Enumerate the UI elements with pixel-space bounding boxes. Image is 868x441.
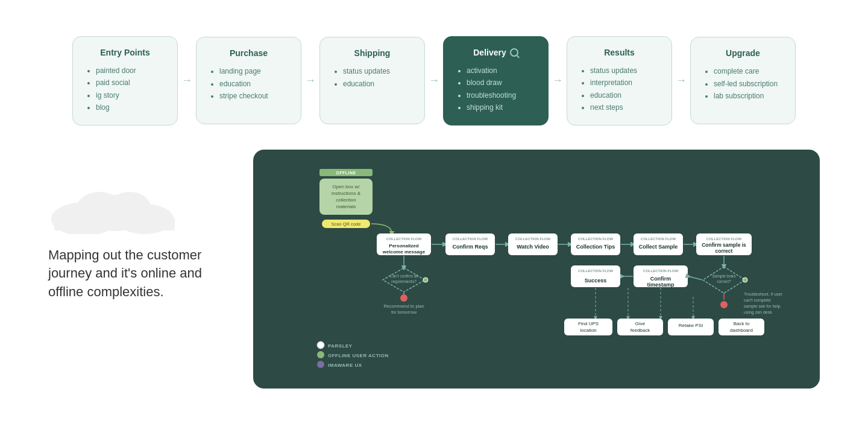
- svg-point-88: [317, 361, 324, 368]
- svg-text:collection: collection: [336, 197, 356, 203]
- flow-diagram: OFFLINE Open box w/ instructions & colle…: [253, 150, 820, 389]
- svg-text:Can't confirm all: Can't confirm all: [390, 274, 418, 278]
- card-title-purchase: Purchase: [209, 48, 289, 58]
- card-title-results: Results: [579, 48, 659, 57]
- list-item: stripe checkout: [219, 90, 289, 102]
- svg-text:materials: materials: [336, 204, 356, 209]
- svg-text:correct: correct: [715, 248, 733, 254]
- svg-text:Success: Success: [585, 278, 607, 284]
- svg-text:IMAWARE UX: IMAWARE UX: [328, 363, 362, 368]
- svg-line-62: [688, 276, 702, 280]
- arrow-5: →: [676, 74, 687, 87]
- svg-text:COLLECTION FLOW: COLLECTION FLOW: [578, 237, 614, 241]
- svg-text:Confirm: Confirm: [650, 276, 671, 282]
- svg-text:Collection Tips: Collection Tips: [576, 244, 615, 250]
- svg-text:Give: Give: [635, 321, 646, 326]
- card-items-results: status updates interpretation education …: [579, 65, 659, 114]
- flow-card-upgrade[interactable]: Upgrade complete care self-led subscript…: [690, 37, 796, 124]
- list-item: blood draw: [467, 77, 536, 89]
- card-title-delivery: Delivery: [456, 48, 536, 57]
- svg-text:COLLECTION FLOW: COLLECTION FLOW: [386, 237, 422, 241]
- svg-text:Find UPS: Find UPS: [578, 321, 599, 326]
- card-title-upgrade: Upgrade: [703, 48, 783, 58]
- svg-text:COLLECTION FLOW: COLLECTION FLOW: [453, 237, 488, 241]
- svg-text:Watch Video: Watch Video: [517, 244, 549, 250]
- mapping-text: Mapping out the customer journey and it'…: [48, 246, 229, 302]
- list-item: next steps: [590, 101, 659, 113]
- flow-card-purchase[interactable]: Purchase landing page education stripe c…: [196, 37, 301, 124]
- svg-text:Back to: Back to: [734, 321, 750, 326]
- card-items-entry-points: painted door paid social ig story blog: [85, 65, 165, 114]
- flow-card-entry-points[interactable]: Entry Points painted door paid social ig…: [72, 36, 178, 125]
- list-item: self-led subscription: [714, 78, 783, 90]
- list-item: education: [343, 78, 412, 90]
- list-item: education: [590, 89, 659, 101]
- page-wrapper: Entry Points painted door paid social ig…: [0, 0, 868, 441]
- svg-text:Scan QR code: Scan QR code: [332, 221, 361, 227]
- arrow-1: →: [181, 74, 192, 87]
- card-items-delivery: activation blood draw troubleshooting sh…: [456, 65, 536, 114]
- svg-point-64: [720, 301, 728, 308]
- svg-point-45: [400, 294, 407, 302]
- flow-card-results[interactable]: Results status updates interpretation ed…: [567, 36, 672, 125]
- svg-text:OFFLINE USER ACTION: OFFLINE USER ACTION: [328, 353, 389, 358]
- card-title-shipping: Shipping: [332, 48, 412, 58]
- svg-point-44: [423, 278, 428, 282]
- svg-text:COLLECTION FLOW: COLLECTION FLOW: [641, 237, 676, 241]
- card-title-entry-points: Entry Points: [85, 48, 165, 57]
- list-item: shipping kit: [467, 101, 536, 113]
- arrow-4: →: [552, 74, 563, 87]
- svg-text:Collect Sample: Collect Sample: [639, 244, 678, 250]
- svg-text:COLLECTION FLOW: COLLECTION FLOW: [643, 269, 679, 273]
- svg-text:dashboard: dashboard: [730, 328, 753, 333]
- svg-text:correct?: correct?: [717, 279, 731, 284]
- svg-text:Retake PSI: Retake PSI: [679, 323, 703, 328]
- svg-text:Personalized: Personalized: [389, 243, 418, 249]
- svg-text:requirements?: requirements?: [391, 279, 417, 284]
- svg-text:Open box w/: Open box w/: [333, 184, 360, 189]
- list-item: status updates: [590, 65, 659, 77]
- search-icon: [510, 48, 518, 57]
- list-item: lab subscription: [714, 90, 783, 102]
- flow-card-delivery[interactable]: Delivery activation blood draw troublesh…: [443, 36, 549, 125]
- svg-rect-5: [54, 217, 175, 230]
- arrow-2: →: [305, 74, 316, 87]
- svg-text:timestamp: timestamp: [647, 282, 675, 288]
- svg-text:sample ask for help: sample ask for help: [744, 304, 781, 309]
- list-item: blog: [96, 101, 165, 113]
- svg-point-84: [317, 341, 324, 349]
- card-items-shipping: status updates education: [332, 65, 412, 90]
- svg-text:Recommend to plan: Recommend to plan: [383, 303, 424, 309]
- list-item: ig story: [96, 89, 165, 101]
- list-item: landing page: [219, 65, 289, 77]
- list-item: education: [219, 78, 289, 90]
- list-item: complete care: [714, 65, 783, 77]
- svg-text:can't complete: can't complete: [744, 298, 771, 303]
- arrow-3: →: [429, 74, 439, 87]
- svg-text:Troubleshoot. If user: Troubleshoot. If user: [744, 292, 783, 296]
- svg-text:Confirm sample is: Confirm sample is: [702, 242, 746, 248]
- svg-point-53: [743, 278, 747, 282]
- svg-text:COLLECTION FLOW: COLLECTION FLOW: [706, 237, 742, 241]
- list-item: status updates: [343, 65, 412, 77]
- svg-text:COLLECTION FLOW: COLLECTION FLOW: [578, 269, 614, 273]
- cloud-shape: [48, 186, 181, 234]
- svg-text:PARSLEY: PARSLEY: [328, 343, 353, 349]
- flow-row: Entry Points painted door paid social ig…: [48, 36, 820, 125]
- svg-text:feedback: feedback: [631, 328, 650, 333]
- flow-card-shipping[interactable]: Shipping status updates education: [319, 37, 425, 124]
- list-item: painted door: [96, 65, 165, 77]
- svg-point-86: [317, 351, 324, 358]
- list-item: interpretation: [590, 77, 659, 89]
- svg-text:COLLECTION FLOW: COLLECTION FLOW: [515, 237, 551, 241]
- bottom-section: Mapping out the customer journey and it'…: [48, 150, 820, 389]
- diagram-svg: OFFLINE Open box w/ instructions & colle…: [270, 164, 803, 369]
- svg-text:welcome message: welcome message: [382, 249, 426, 255]
- svg-text:instructions &: instructions &: [332, 191, 361, 196]
- card-items-upgrade: complete care self-led subscription lab …: [703, 65, 783, 102]
- svg-text:OFFLINE: OFFLINE: [336, 171, 356, 175]
- list-item: troubleshooting: [467, 89, 536, 101]
- left-text-area: Mapping out the customer journey and it'…: [48, 150, 229, 302]
- list-item: paid social: [96, 77, 165, 89]
- svg-text:Sample looks: Sample looks: [712, 274, 736, 279]
